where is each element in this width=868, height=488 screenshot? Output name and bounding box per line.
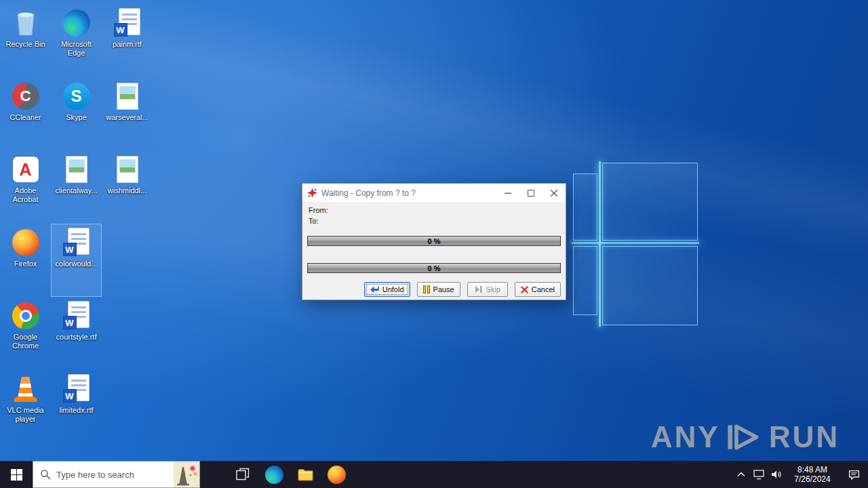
desktop-icon-label: Microsoft Edge [52,40,101,58]
cancel-label: Cancel [532,285,555,293]
desktop-icon-google-chrome[interactable]: Google Chrome [0,297,51,370]
minimize-button[interactable] [496,184,519,202]
desktop-icon-label: Adobe Acrobat [1,186,50,204]
taskbar: 8:48 AM 7/26/2024 [0,461,868,488]
dialog-title: Waiting - Copy from ? to ? [321,188,496,198]
desktop: Recycle Bin C CCleaner A Adobe Acrobat F… [0,0,868,488]
taskbar-search-box[interactable] [33,461,200,488]
word-icon: W [113,8,142,38]
acrobat-icon: A [11,155,41,184]
desktop-icon-adobe-acrobat[interactable]: A Adobe Acrobat [0,150,51,224]
dialog-body: From: To: 0 % 0 % Unfold Pause [302,202,566,300]
network-tray-button[interactable] [750,461,768,488]
dialog-app-icon [307,188,317,198]
desktop-icon-label: painm.rtf [113,40,142,49]
hidden-icons-chevron[interactable] [732,461,750,488]
word-icon: W [62,301,92,331]
desktop-icon-courtstyle-rtf[interactable]: W courtstyle.rtf [51,297,102,370]
taskbar-clock[interactable]: 8:48 AM 7/26/2024 [785,465,840,484]
desktop-icon-label: clientalway... [55,186,97,195]
clock-time: 8:48 AM [788,465,837,474]
close-button[interactable] [542,184,566,202]
cancel-button[interactable]: Cancel [515,282,561,297]
anyrun-logo-icon [727,422,762,453]
desktop-icon-label: Recycle Bin [5,40,45,49]
pause-button[interactable]: Pause [417,282,460,297]
desktop-icon-label: warseveral... [106,113,148,122]
search-icon [40,469,51,480]
skip-button[interactable]: Skip [467,282,508,297]
desktop-icon-label: Google Chrome [1,333,50,350]
search-input[interactable] [56,462,168,487]
file-explorer-icon [298,468,313,481]
recycle-bin-icon [11,8,41,38]
vlc-icon [11,374,41,404]
image-icon [113,155,142,184]
ccleaner-icon: C [11,81,41,111]
windows-logo-wallpaper [572,161,699,327]
action-center-icon [848,469,860,481]
desktop-icon-limitedx-rtf[interactable]: W limitedx.rtf [51,370,102,443]
windows-logo-pane [602,163,698,241]
desktop-icons: Recycle Bin C CCleaner A Adobe Acrobat F… [0,4,153,443]
windows-logo-glow [599,161,601,327]
chrome-icon [11,301,41,331]
desktop-icon-microsoft-edge[interactable]: Microsoft Edge [51,4,102,77]
windows-logo-pane [602,246,698,325]
pause-icon [423,285,430,293]
image-icon [113,81,142,111]
windows-logo-pane [573,174,597,241]
desktop-icon-clientalway[interactable]: clientalway... [51,150,102,224]
desktop-icon-colorwould[interactable]: W colorwould... [51,224,102,297]
unfold-label: Unfold [382,285,404,293]
desktop-icon-label: colorwould... [56,260,98,268]
firefox-icon [328,466,346,484]
desktop-icon-wishmiddl[interactable]: wishmiddl... [102,150,153,224]
desktop-icon-warseveral[interactable]: warseveral... [102,77,153,150]
dialog-titlebar[interactable]: Waiting - Copy from ? to ? [302,184,566,202]
volume-icon [771,470,782,479]
watermark-run-text: RUN [769,420,840,454]
clock-date: 7/26/2024 [788,474,837,484]
copy-dialog-window: Waiting - Copy from ? to ? From: To: 0 %… [302,183,566,300]
maximize-button[interactable] [519,184,542,202]
progress-bar-current: 0 % [307,236,561,246]
desktop-icon-ccleaner[interactable]: C CCleaner [0,77,51,150]
desktop-icon-recycle-bin[interactable]: Recycle Bin [0,4,51,77]
desktop-icon-painm-rtf[interactable]: W painm.rtf [102,4,153,77]
desktop-icon-label: Firefox [14,260,37,268]
chevron-up-icon [737,472,745,477]
edge-icon [265,466,283,484]
progress-bar-total: 0 % [307,263,561,273]
task-view-icon [236,468,250,481]
cancel-icon [521,286,528,293]
system-tray: 8:48 AM 7/26/2024 [732,461,868,488]
unfold-button[interactable]: Unfold [364,282,410,297]
desktop-icon-label: VLC media player [1,406,50,424]
action-center-button[interactable] [840,461,868,488]
desktop-icon-label: CCleaner [9,113,41,122]
watermark-any-text: ANY [651,420,720,454]
to-label: To: [309,217,319,225]
taskbar-file-explorer-button[interactable] [290,461,321,488]
desktop-icon-skype[interactable]: S Skype [51,77,102,150]
desktop-icon-vlc-media-player[interactable]: VLC media player [0,370,51,443]
from-label: From: [309,206,328,214]
skip-icon [475,285,483,293]
desktop-icon-label: Skype [66,113,87,122]
word-icon: W [62,228,92,258]
taskbar-edge-button[interactable] [258,461,290,488]
search-highlight-image[interactable] [174,462,199,487]
task-view-button[interactable] [227,461,258,488]
windows-logo-glow [572,242,699,244]
desktop-icon-firefox[interactable]: Firefox [0,224,51,297]
start-button[interactable] [0,461,33,488]
skype-icon: S [62,81,92,111]
desktop-icon-label: limitedx.rtf [59,406,93,415]
windows-logo-pane [573,246,597,315]
image-icon [62,155,92,184]
firefox-icon [11,228,41,258]
skip-label: Skip [486,285,500,293]
volume-tray-button[interactable] [768,461,785,488]
taskbar-firefox-button[interactable] [321,461,352,488]
